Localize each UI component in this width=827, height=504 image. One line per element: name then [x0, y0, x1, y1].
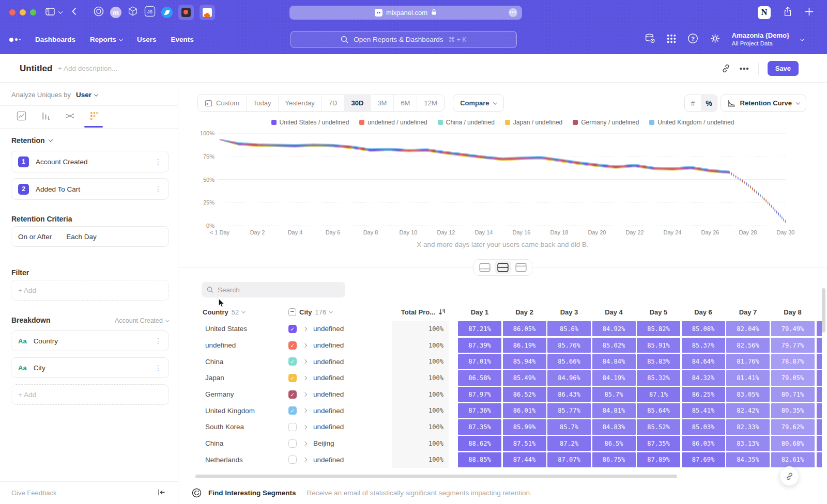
- project-switcher[interactable]: Amazonia {Demo} All Project Data: [732, 32, 789, 48]
- retention-value-cell[interactable]: 85.94%: [503, 354, 546, 369]
- retention-value-cell[interactable]: 87.51%: [503, 436, 546, 451]
- expand-row-icon[interactable]: [303, 359, 307, 364]
- report-title[interactable]: Untitled: [20, 64, 52, 74]
- retention-value-cell[interactable]: 84.64%: [682, 354, 725, 369]
- retention-value-cell[interactable]: 85.77%: [547, 403, 591, 418]
- row-checkbox[interactable]: [288, 439, 297, 448]
- retention-value-cell[interactable]: 85.76%: [547, 338, 591, 353]
- retention-value-cell[interactable]: 84.92%: [592, 321, 636, 336]
- breakdown-city-card[interactable]: Aa City ⋮: [11, 357, 169, 378]
- retention-value-cell[interactable]: 80.35%: [771, 403, 815, 418]
- global-search-button[interactable]: Open Reports & Dashboards ⌘ + K: [290, 31, 517, 48]
- copy-link-icon[interactable]: [721, 64, 731, 73]
- row-checkbox[interactable]: [288, 455, 297, 464]
- criteria-each-day[interactable]: Each Day: [66, 233, 97, 241]
- bird-extension-icon[interactable]: [161, 7, 173, 18]
- retention-step-1[interactable]: 1 Account Created ⋮: [11, 151, 169, 172]
- legend-item[interactable]: United States / undefined: [271, 119, 349, 126]
- breakdown-more-icon[interactable]: ⋮: [155, 337, 162, 345]
- city-column-header[interactable]: City 176: [288, 308, 392, 316]
- mixpanel-logo-icon[interactable]: [9, 38, 21, 42]
- row-country[interactable]: Germany: [194, 386, 288, 403]
- retention-section-header[interactable]: Retention: [11, 136, 52, 145]
- nav-item-users[interactable]: Users: [137, 36, 157, 43]
- retention-value-cell[interactable]: 85.7%: [592, 387, 636, 402]
- criteria-on-or-after[interactable]: On or After: [18, 233, 52, 241]
- share-icon[interactable]: [783, 6, 792, 19]
- legend-item[interactable]: Japan / undefined: [505, 119, 562, 126]
- row-checkbox[interactable]: [288, 423, 297, 431]
- format-percent-button[interactable]: %: [701, 95, 717, 111]
- row-checkbox[interactable]: ✓: [288, 374, 297, 382]
- address-bar[interactable]: mixpanel.com •••: [289, 6, 522, 20]
- retention-value-cell[interactable]: 88.62%: [458, 436, 501, 451]
- retention-value-cell[interactable]: 81.41%: [726, 370, 770, 385]
- retention-value-cell[interactable]: 85.7%: [547, 419, 591, 434]
- retention-criteria-card[interactable]: On or After Each Day: [11, 226, 169, 247]
- expand-row-icon[interactable]: [303, 458, 307, 462]
- retention-value-cell[interactable]: 85.91%: [637, 338, 680, 353]
- retention-value-cell[interactable]: 86.58%: [458, 370, 501, 385]
- expand-row-icon[interactable]: [303, 343, 307, 347]
- legend-item[interactable]: Germany / undefined: [573, 119, 639, 126]
- data-management-icon[interactable]: [645, 33, 655, 46]
- tab-insights[interactable]: [16, 111, 26, 121]
- row-country[interactable]: undefined: [194, 337, 288, 354]
- expand-row-icon[interactable]: [303, 441, 307, 445]
- help-icon[interactable]: ?: [687, 33, 698, 46]
- range-30d[interactable]: 30D: [344, 95, 370, 111]
- day-column-header[interactable]: Day 4: [592, 308, 636, 316]
- retention-value-cell[interactable]: 84.35%: [726, 452, 770, 467]
- retention-value-cell[interactable]: 84.81%: [592, 403, 636, 418]
- retention-value-cell[interactable]: 84.32%: [682, 370, 725, 385]
- retention-value-cell[interactable]: 87.39%: [458, 338, 501, 353]
- analyze-chevron-icon[interactable]: [94, 92, 98, 96]
- breakdown-event-dropdown[interactable]: Account Created: [115, 317, 169, 324]
- retention-value-cell[interactable]: 81.76%: [726, 354, 770, 369]
- row-checkbox[interactable]: ✓: [288, 325, 297, 333]
- page-actions-icon[interactable]: •••: [509, 8, 517, 17]
- analyze-entity-dropdown[interactable]: User: [76, 91, 91, 99]
- retention-value-cell[interactable]: 79.49%: [771, 321, 815, 336]
- back-icon[interactable]: [71, 7, 76, 18]
- day-column-header[interactable]: Day 6: [682, 308, 725, 316]
- retention-value-cell[interactable]: 86.25%: [682, 387, 725, 402]
- row-checkbox[interactable]: ✓: [288, 341, 297, 350]
- retention-value-cell[interactable]: 87.89%: [637, 452, 680, 467]
- sidebar-menu-chevron-icon[interactable]: [58, 9, 63, 13]
- retention-value-cell[interactable]: 84.84%: [592, 354, 636, 369]
- retention-value-cell[interactable]: 86.52%: [503, 387, 546, 402]
- retention-value-cell[interactable]: 87.44%: [503, 452, 546, 467]
- table-only-view-icon[interactable]: [513, 261, 529, 274]
- cube-extension-icon[interactable]: [127, 6, 139, 19]
- row-country[interactable]: Japan: [194, 370, 288, 386]
- retention-value-cell[interactable]: 87.69%: [682, 452, 725, 467]
- range-custom[interactable]: Custom: [198, 95, 246, 111]
- retention-value-cell[interactable]: 82.42%: [726, 403, 770, 418]
- more-actions-icon[interactable]: •••: [740, 64, 749, 73]
- retention-value-cell[interactable]: 85.02%: [592, 338, 636, 353]
- js-extension-icon[interactable]: JS: [144, 6, 156, 19]
- m-avatar-extension-icon[interactable]: m: [110, 7, 121, 18]
- collapse-sidebar-icon[interactable]: [158, 489, 165, 497]
- expand-row-icon[interactable]: [303, 425, 307, 429]
- retention-value-cell[interactable]: 85.6%: [547, 321, 591, 336]
- retention-step-2[interactable]: 2 Added To Cart ⋮: [11, 178, 169, 200]
- day-column-header[interactable]: Day 7: [726, 308, 770, 316]
- horizontal-scrollbar[interactable]: [195, 475, 677, 478]
- breakdown-more-icon[interactable]: ⋮: [155, 364, 162, 372]
- retention-value-cell[interactable]: 86.01%: [503, 403, 546, 418]
- table-search-input[interactable]: [218, 286, 340, 294]
- browser-sidebar-icon[interactable]: [45, 8, 55, 18]
- retention-value-cell[interactable]: 85.49%: [503, 370, 546, 385]
- retention-value-cell[interactable]: 86.5%: [592, 436, 636, 451]
- add-breakdown-button[interactable]: + Add: [11, 384, 169, 405]
- share-link-floating-button[interactable]: [779, 466, 799, 486]
- give-feedback-link[interactable]: Give Feedback: [11, 489, 56, 497]
- retention-value-cell[interactable]: 87.97%: [458, 387, 501, 402]
- day-column-header[interactable]: Day 1: [458, 308, 501, 316]
- step-more-icon[interactable]: ⋮: [155, 158, 162, 166]
- apps-grid-icon[interactable]: [667, 34, 676, 45]
- retention-value-cell[interactable]: 85.41%: [682, 403, 725, 418]
- retention-value-cell[interactable]: 85.52%: [637, 419, 680, 434]
